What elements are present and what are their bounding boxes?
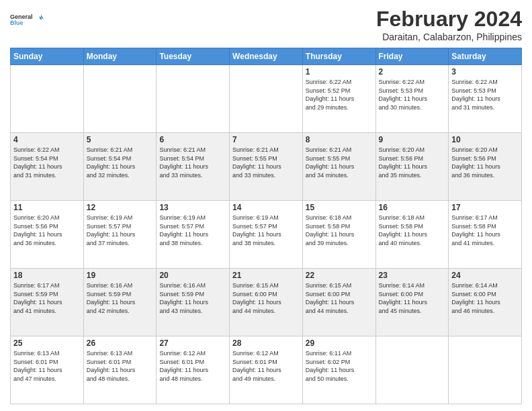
table-cell: [11, 65, 84, 133]
day-number: 13: [159, 203, 226, 212]
day-number: 11: [13, 203, 81, 212]
table-cell: 28Sunrise: 6:12 AMSunset: 6:01 PMDayligh…: [230, 336, 303, 404]
table-cell: 3Sunrise: 6:22 AMSunset: 5:53 PMDaylight…: [449, 65, 522, 133]
day-number: 26: [87, 338, 154, 348]
day-number: 23: [379, 271, 446, 280]
cell-content: Sunrise: 6:14 AMSunset: 6:00 PMDaylight:…: [379, 281, 446, 315]
cell-content: Sunrise: 6:17 AMSunset: 5:58 PMDaylight:…: [451, 214, 519, 247]
week-row-2: 4Sunrise: 6:22 AMSunset: 5:54 PMDaylight…: [11, 133, 522, 201]
day-number: 7: [232, 135, 300, 144]
table-cell: 27Sunrise: 6:12 AMSunset: 6:01 PMDayligh…: [157, 336, 230, 404]
cell-content: Sunrise: 6:17 AMSunset: 5:59 PMDaylight:…: [13, 281, 81, 315]
table-cell: 23Sunrise: 6:14 AMSunset: 6:00 PMDayligh…: [375, 269, 449, 336]
week-row-5: 25Sunrise: 6:13 AMSunset: 6:01 PMDayligh…: [11, 336, 522, 404]
day-number: 8: [306, 135, 373, 144]
cell-content: Sunrise: 6:20 AMSunset: 5:56 PMDaylight:…: [13, 214, 81, 247]
table-cell: 16Sunrise: 6:18 AMSunset: 5:58 PMDayligh…: [375, 201, 449, 269]
table-cell: [157, 65, 230, 133]
title-block: February 2024 Daraitan, Calabarzon, Phil…: [376, 7, 522, 42]
header-tuesday: Tuesday: [157, 48, 230, 65]
day-number: 17: [451, 203, 519, 212]
cell-content: Sunrise: 6:22 AMSunset: 5:53 PMDaylight:…: [451, 78, 519, 111]
header-sunday: Sunday: [11, 48, 84, 65]
table-cell: 15Sunrise: 6:18 AMSunset: 5:58 PMDayligh…: [302, 201, 375, 269]
month-title: February 2024: [376, 7, 522, 32]
table-cell: 9Sunrise: 6:20 AMSunset: 5:56 PMDaylight…: [375, 133, 449, 201]
page: General Blue February 2024 Daraitan, Cal…: [0, 0, 532, 411]
table-cell: 5Sunrise: 6:21 AMSunset: 5:54 PMDaylight…: [83, 133, 157, 201]
cell-content: Sunrise: 6:21 AMSunset: 5:54 PMDaylight:…: [87, 146, 154, 179]
table-cell: 1Sunrise: 6:22 AMSunset: 5:52 PMDaylight…: [302, 65, 375, 133]
cell-content: Sunrise: 6:22 AMSunset: 5:52 PMDaylight:…: [306, 78, 373, 111]
day-number: 15: [306, 203, 373, 212]
day-number: 22: [306, 271, 373, 280]
week-row-1: 1Sunrise: 6:22 AMSunset: 5:52 PMDaylight…: [11, 65, 522, 133]
cell-content: Sunrise: 6:21 AMSunset: 5:55 PMDaylight:…: [232, 146, 300, 179]
cell-content: Sunrise: 6:14 AMSunset: 6:00 PMDaylight:…: [451, 281, 519, 315]
table-cell: 18Sunrise: 6:17 AMSunset: 5:59 PMDayligh…: [11, 269, 84, 336]
table-cell: 19Sunrise: 6:16 AMSunset: 5:59 PMDayligh…: [83, 269, 157, 336]
day-number: 28: [232, 338, 300, 348]
cell-content: Sunrise: 6:16 AMSunset: 5:59 PMDaylight:…: [87, 281, 154, 315]
cell-content: Sunrise: 6:20 AMSunset: 5:56 PMDaylight:…: [379, 146, 446, 179]
day-number: 19: [87, 271, 154, 280]
table-cell: 6Sunrise: 6:21 AMSunset: 5:54 PMDaylight…: [157, 133, 230, 201]
day-number: 10: [451, 135, 519, 144]
location: Daraitan, Calabarzon, Philippines: [376, 32, 522, 42]
day-number: 3: [451, 67, 519, 77]
cell-content: Sunrise: 6:21 AMSunset: 5:55 PMDaylight:…: [306, 146, 373, 179]
table-cell: 14Sunrise: 6:19 AMSunset: 5:57 PMDayligh…: [230, 201, 303, 269]
day-number: 1: [306, 67, 373, 77]
cell-content: Sunrise: 6:16 AMSunset: 5:59 PMDaylight:…: [159, 281, 226, 315]
day-number: 12: [87, 203, 154, 212]
cell-content: Sunrise: 6:18 AMSunset: 5:58 PMDaylight:…: [306, 214, 373, 247]
cell-content: Sunrise: 6:11 AMSunset: 6:02 PMDaylight:…: [306, 349, 373, 383]
table-cell: [449, 336, 522, 404]
table-cell: [230, 65, 303, 133]
logo-svg: General Blue: [10, 7, 44, 34]
table-cell: 20Sunrise: 6:16 AMSunset: 5:59 PMDayligh…: [157, 269, 230, 336]
header-wednesday: Wednesday: [230, 48, 303, 65]
table-cell: 22Sunrise: 6:15 AMSunset: 6:00 PMDayligh…: [302, 269, 375, 336]
header: General Blue February 2024 Daraitan, Cal…: [10, 7, 522, 42]
cell-content: Sunrise: 6:13 AMSunset: 6:01 PMDaylight:…: [87, 349, 154, 383]
table-cell: 26Sunrise: 6:13 AMSunset: 6:01 PMDayligh…: [83, 336, 157, 404]
cell-content: Sunrise: 6:19 AMSunset: 5:57 PMDaylight:…: [159, 214, 226, 247]
week-row-3: 11Sunrise: 6:20 AMSunset: 5:56 PMDayligh…: [11, 201, 522, 269]
day-number: 4: [13, 135, 81, 144]
cell-content: Sunrise: 6:12 AMSunset: 6:01 PMDaylight:…: [159, 349, 226, 383]
table-cell: 2Sunrise: 6:22 AMSunset: 5:53 PMDaylight…: [375, 65, 449, 133]
day-number: 16: [379, 203, 446, 212]
calendar-table: SundayMondayTuesdayWednesdayThursdayFrid…: [10, 48, 522, 404]
day-number: 24: [451, 271, 519, 280]
cell-content: Sunrise: 6:19 AMSunset: 5:57 PMDaylight:…: [87, 214, 154, 247]
svg-text:Blue: Blue: [10, 19, 24, 26]
cell-content: Sunrise: 6:21 AMSunset: 5:54 PMDaylight:…: [159, 146, 226, 179]
day-number: 2: [379, 67, 446, 77]
day-number: 6: [159, 135, 226, 144]
table-cell: 25Sunrise: 6:13 AMSunset: 6:01 PMDayligh…: [11, 336, 84, 404]
cell-content: Sunrise: 6:15 AMSunset: 6:00 PMDaylight:…: [232, 281, 300, 315]
day-number: 14: [232, 203, 300, 212]
cell-content: Sunrise: 6:20 AMSunset: 5:56 PMDaylight:…: [451, 146, 519, 179]
cell-content: Sunrise: 6:15 AMSunset: 6:00 PMDaylight:…: [306, 281, 373, 315]
table-cell: 7Sunrise: 6:21 AMSunset: 5:55 PMDaylight…: [230, 133, 303, 201]
day-number: 29: [306, 338, 373, 348]
table-cell: 29Sunrise: 6:11 AMSunset: 6:02 PMDayligh…: [302, 336, 375, 404]
day-number: 5: [87, 135, 154, 144]
cell-content: Sunrise: 6:13 AMSunset: 6:01 PMDaylight:…: [13, 349, 81, 383]
table-cell: 24Sunrise: 6:14 AMSunset: 6:00 PMDayligh…: [449, 269, 522, 336]
day-number: 27: [159, 338, 226, 348]
header-friday: Friday: [375, 48, 449, 65]
cell-content: Sunrise: 6:22 AMSunset: 5:54 PMDaylight:…: [13, 146, 81, 179]
day-number: 20: [159, 271, 226, 280]
svg-marker-2: [41, 14, 44, 19]
logo: General Blue: [10, 7, 44, 34]
day-number: 25: [13, 338, 81, 348]
table-cell: [375, 336, 449, 404]
day-number: 18: [13, 271, 81, 280]
day-number: 21: [232, 271, 300, 280]
table-cell: 10Sunrise: 6:20 AMSunset: 5:56 PMDayligh…: [449, 133, 522, 201]
table-cell: 11Sunrise: 6:20 AMSunset: 5:56 PMDayligh…: [11, 201, 84, 269]
table-cell: [83, 65, 157, 133]
